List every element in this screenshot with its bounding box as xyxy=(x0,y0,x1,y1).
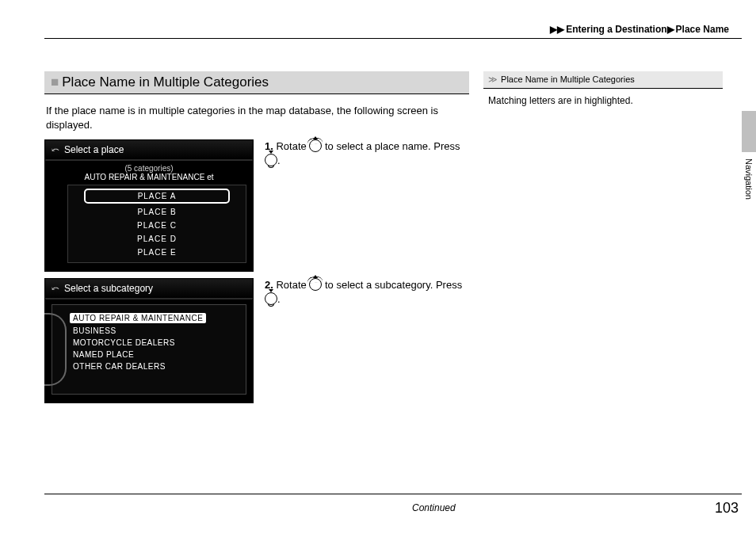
list-item[interactable]: NAMED PLACE xyxy=(70,349,241,360)
step-text-c: . xyxy=(277,293,281,305)
step-1: 1. Rotate to select a place name. Press … xyxy=(265,139,469,168)
breadcrumb-sep: ▶▶ xyxy=(550,24,564,35)
screenshot2-titlebar: ⤺Select a subcategory xyxy=(45,279,253,299)
screenshot-select-subcategory: ⤺Select a subcategory AUTO REPAIR & MAIN… xyxy=(44,278,254,403)
list-item[interactable]: PLACE A xyxy=(84,189,230,204)
push-button-icon xyxy=(265,292,277,305)
section-tab xyxy=(742,111,756,152)
list-item[interactable]: BUSINESS xyxy=(70,325,241,337)
sidebar-heading-text: Place Name in Multiple Categories xyxy=(501,74,635,84)
page-number: 103 xyxy=(715,500,739,517)
rotate-dial-icon xyxy=(309,139,322,152)
breadcrumb: ▶▶Entering a Destination▶Place Name xyxy=(550,24,729,35)
section-heading: ■Place Name in Multiple Categories xyxy=(44,71,469,94)
sidebar-heading-icon: ≫ xyxy=(488,74,495,84)
intro-text: If the place name is in multiple categor… xyxy=(46,104,468,132)
rotate-dial-icon xyxy=(309,278,322,291)
list-item[interactable]: MOTORCYCLE DEALERS xyxy=(70,337,241,349)
footer-rule xyxy=(44,494,742,494)
list-item[interactable]: PLACE E xyxy=(68,246,246,259)
breadcrumb-sep2: ▶ xyxy=(667,24,674,35)
screenshot2-title: Select a subcategory xyxy=(64,283,153,294)
screenshot1-title: Select a place xyxy=(64,144,124,155)
heading-square-icon: ■ xyxy=(51,74,59,90)
step-text-c: . xyxy=(277,154,281,166)
breadcrumb-item-2: Place Name xyxy=(676,24,729,35)
step-text-a: Rotate xyxy=(276,140,309,152)
continued-label: Continued xyxy=(412,502,456,513)
sidebar-heading: ≫ Place Name in Multiple Categories xyxy=(483,71,723,88)
section-tab-label: Navigation xyxy=(744,158,754,200)
header-rule xyxy=(44,38,742,39)
list-item[interactable]: AUTO REPAIR & MAINTENANCE xyxy=(70,313,206,323)
list-item[interactable]: PLACE C xyxy=(68,219,246,232)
back-icon: ⤺ xyxy=(52,283,59,294)
step-text-b: to select a place name. Press xyxy=(322,140,460,152)
step-text-b: to select a subcategory. Press xyxy=(322,279,462,291)
dial-arc-icon xyxy=(44,313,67,386)
breadcrumb-item-1: Entering a Destination xyxy=(566,24,666,35)
step-2: 2. Rotate to select a subcategory. Press… xyxy=(265,278,469,307)
screenshot1-subtitle: (5 categories) xyxy=(45,161,253,173)
subcategory-listbox: AUTO REPAIR & MAINTENANCE BUSINESS MOTOR… xyxy=(52,304,246,395)
push-button-icon xyxy=(265,154,277,166)
list-item[interactable]: OTHER CAR DEALERS xyxy=(70,360,241,372)
screenshot1-titlebar: ⤺Select a place xyxy=(45,140,253,161)
sidebar-body: Matching letters are in highlighted. xyxy=(483,88,723,113)
heading-text: Place Name in Multiple Categories xyxy=(62,74,269,90)
list-item[interactable]: PLACE B xyxy=(68,205,246,219)
screenshot1-category: AUTO REPAIR & MAINTENANCE et xyxy=(45,173,253,185)
list-item[interactable]: PLACE D xyxy=(68,232,246,246)
place-listbox: PLACE A PLACE B PLACE C PLACE D PLACE E xyxy=(67,185,246,263)
screenshot-select-place: ⤺Select a place (5 categories) AUTO REPA… xyxy=(44,139,254,272)
step-text-a: Rotate xyxy=(276,279,309,291)
back-icon: ⤺ xyxy=(52,144,59,155)
